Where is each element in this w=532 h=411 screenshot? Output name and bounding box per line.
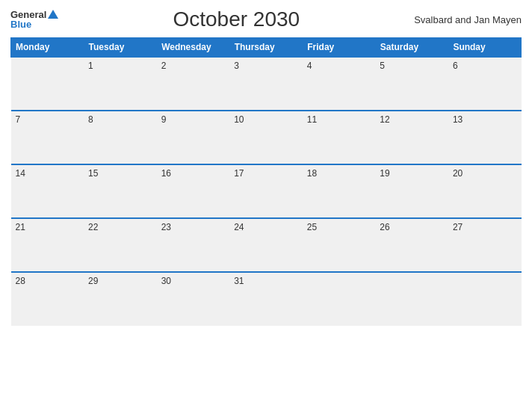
day-number: 23 — [161, 222, 171, 232]
weekday-header-sunday: Sunday — [448, 38, 522, 58]
day-number: 7 — [16, 114, 21, 125]
calendar-cell: 29 — [84, 272, 157, 326]
calendar-cell: 15 — [84, 164, 157, 218]
day-number: 17 — [234, 168, 244, 179]
day-number: 5 — [380, 61, 385, 71]
logo: General Blue — [10, 10, 58, 29]
calendar-cell: 19 — [375, 164, 448, 218]
week-row-5: 28293031 — [11, 272, 522, 326]
day-number: 12 — [380, 114, 389, 125]
calendar-cell: 8 — [84, 111, 157, 164]
calendar-cell: 14 — [11, 164, 84, 218]
weekday-header-saturday: Saturday — [375, 38, 448, 58]
day-number: 28 — [16, 276, 25, 286]
weekday-header-wednesday: Wednesday — [157, 38, 230, 58]
calendar-cell: 30 — [157, 272, 230, 326]
calendar-cell: 27 — [448, 218, 522, 272]
day-number: 3 — [234, 61, 239, 71]
calendar-cell: 23 — [157, 218, 230, 272]
day-number: 16 — [161, 168, 171, 179]
region-name: Svalbard and Jan Mayen — [414, 14, 522, 25]
calendar-cell: 13 — [448, 111, 522, 164]
day-number: 21 — [16, 222, 25, 232]
day-number: 10 — [234, 114, 244, 125]
calendar-cell: 1 — [84, 57, 157, 111]
day-number: 25 — [307, 222, 317, 232]
day-number: 20 — [453, 168, 463, 179]
calendar-table: MondayTuesdayWednesdayThursdayFridaySatu… — [10, 37, 522, 326]
calendar-cell: 12 — [375, 111, 448, 164]
calendar-cell: 11 — [303, 111, 376, 164]
calendar-cell: 6 — [448, 57, 522, 111]
weekday-header-monday: Monday — [11, 38, 84, 58]
calendar-cell: 4 — [303, 57, 376, 111]
day-number: 29 — [88, 276, 98, 286]
logo-triangle-icon — [48, 10, 58, 19]
calendar-cell: 10 — [229, 111, 303, 164]
weekday-header-friday: Friday — [303, 38, 376, 58]
calendar-cell: 25 — [303, 218, 376, 272]
day-number: 26 — [380, 222, 389, 232]
day-number: 30 — [161, 276, 171, 286]
calendar-cell: 9 — [157, 111, 230, 164]
day-number: 6 — [453, 61, 458, 71]
calendar-cell: 22 — [84, 218, 157, 272]
day-number: 27 — [453, 222, 463, 232]
calendar-cell: 24 — [229, 218, 303, 272]
calendar-cell: 16 — [157, 164, 230, 218]
day-number: 4 — [307, 61, 312, 71]
day-number: 24 — [234, 222, 244, 232]
day-number: 18 — [307, 168, 317, 179]
calendar-cell — [303, 272, 376, 326]
calendar-cell — [448, 272, 522, 326]
calendar-cell: 5 — [375, 57, 448, 111]
day-number: 1 — [88, 61, 93, 71]
calendar-cell: 28 — [11, 272, 84, 326]
week-row-1: 123456 — [11, 57, 522, 111]
calendar-cell — [11, 57, 84, 111]
calendar-header: General Blue October 2030 Svalbard and J… — [10, 7, 522, 31]
calendar-cell: 20 — [448, 164, 522, 218]
day-number: 2 — [161, 61, 167, 71]
week-row-4: 21222324252627 — [11, 218, 522, 272]
calendar-cell: 2 — [157, 57, 230, 111]
day-number: 11 — [307, 114, 317, 125]
day-number: 14 — [16, 168, 25, 179]
calendar-cell: 21 — [11, 218, 84, 272]
day-number: 22 — [88, 222, 98, 232]
weekday-header-thursday: Thursday — [229, 38, 303, 58]
month-title: October 2030 — [173, 7, 300, 31]
logo-blue-text: Blue — [10, 19, 31, 29]
calendar-cell — [375, 272, 448, 326]
calendar-cell: 3 — [229, 57, 303, 111]
weekday-header-tuesday: Tuesday — [84, 38, 157, 58]
week-row-2: 78910111213 — [11, 111, 522, 164]
day-number: 19 — [380, 168, 389, 179]
day-number: 31 — [234, 276, 244, 286]
calendar-container: General Blue October 2030 Svalbard and J… — [0, 0, 532, 411]
calendar-cell: 17 — [229, 164, 303, 218]
day-number: 15 — [88, 168, 98, 179]
weekday-header-row: MondayTuesdayWednesdayThursdayFridaySatu… — [11, 38, 522, 58]
day-number: 13 — [453, 114, 463, 125]
calendar-cell: 7 — [11, 111, 84, 164]
calendar-cell: 18 — [303, 164, 376, 218]
day-number: 8 — [88, 114, 93, 125]
day-number: 9 — [161, 114, 167, 125]
week-row-3: 14151617181920 — [11, 164, 522, 218]
calendar-cell: 31 — [229, 272, 303, 326]
calendar-cell: 26 — [375, 218, 448, 272]
